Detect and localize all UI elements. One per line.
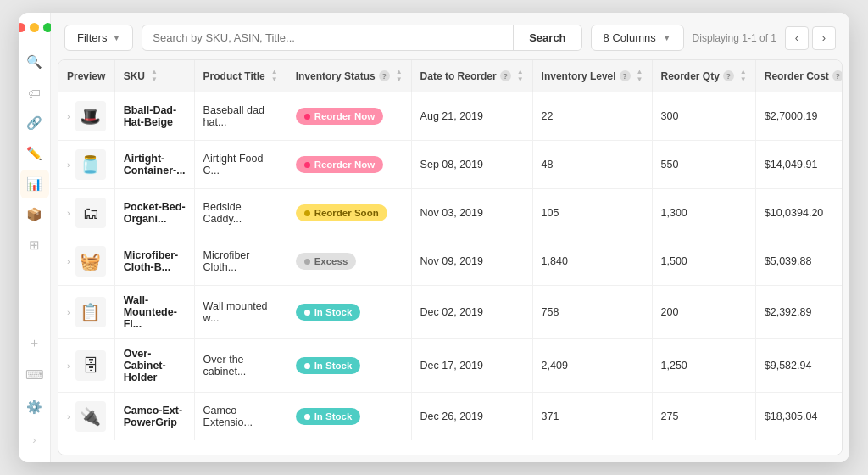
- minimize-button[interactable]: [30, 23, 39, 32]
- title-cell: Camco Extensio...: [194, 393, 287, 441]
- columns-label: 8 Columns: [604, 31, 656, 44]
- box-icon[interactable]: 📦: [20, 200, 49, 229]
- row-expand-icon[interactable]: ›: [67, 159, 70, 170]
- title-cell: Wall mounted w...: [194, 286, 287, 339]
- grid-icon[interactable]: ⊞: [20, 231, 49, 260]
- table-row: › 📋 Wall-Mountede-Fl... Wall mounted w..…: [58, 286, 843, 339]
- table-row: › 🗂 Pocket-Bed-Organi... Bedside Caddy..…: [58, 189, 843, 238]
- status-dot: [304, 210, 310, 216]
- sidebar-expand-button[interactable]: ›: [20, 425, 49, 454]
- status-sort-icon[interactable]: ▲▼: [396, 69, 403, 83]
- cost-cell: $18,305.04: [755, 393, 843, 441]
- tag-icon[interactable]: 🏷: [20, 78, 49, 107]
- search-bar: Search: [142, 25, 581, 51]
- sku-sort-icon[interactable]: ▲▼: [151, 69, 158, 83]
- qty-cell: 275: [652, 393, 755, 441]
- columns-arrow-icon: ▼: [663, 33, 671, 42]
- status-help-icon[interactable]: ?: [379, 70, 390, 81]
- row-expand-icon[interactable]: ›: [67, 256, 70, 266]
- sku-cell: Airtight-Container-...: [114, 141, 194, 189]
- columns-button[interactable]: 8 Columns ▼: [591, 25, 684, 51]
- row-expand-icon[interactable]: ›: [67, 111, 70, 121]
- sku-cell: Over-Cabinet-Holder: [114, 339, 194, 393]
- status-badge: Excess: [296, 253, 357, 270]
- qty-sort-icon[interactable]: ▲▼: [740, 69, 747, 83]
- status-dot: [304, 310, 310, 316]
- link-icon[interactable]: 🔗: [20, 109, 49, 137]
- level-cell: 1,840: [532, 238, 652, 286]
- filters-arrow-icon: ▼: [112, 33, 120, 42]
- inventory-table-container: Preview SKU ▲▼: [58, 59, 843, 455]
- pencil-icon[interactable]: ✏️: [20, 139, 49, 168]
- col-sku[interactable]: SKU ▲▼: [114, 60, 194, 92]
- col-date-to-reorder[interactable]: Date to Reorder ? ▲▼: [411, 60, 532, 92]
- keyboard-icon[interactable]: ⌨: [20, 360, 49, 389]
- qty-help-icon[interactable]: ?: [723, 70, 734, 81]
- level-help-icon[interactable]: ?: [620, 70, 631, 81]
- status-cell: Excess: [287, 238, 411, 286]
- qty-cell: 1,250: [652, 339, 755, 393]
- product-thumbnail: 🗂: [75, 198, 106, 228]
- preview-cell: › 📋: [58, 286, 114, 339]
- date-sort-icon[interactable]: ▲▼: [517, 69, 524, 83]
- settings-icon[interactable]: ⚙️: [20, 393, 49, 422]
- cost-help-icon[interactable]: ?: [832, 70, 843, 81]
- sku-cell: Wall-Mountede-Fl...: [114, 286, 194, 339]
- col-product-title[interactable]: Product Title ▲▼: [194, 60, 287, 92]
- date-cell: Dec 26, 2019: [411, 393, 532, 441]
- status-cell: In Stock: [287, 393, 411, 441]
- title-sort-icon[interactable]: ▲▼: [271, 69, 278, 83]
- inventory-table: Preview SKU ▲▼: [58, 60, 843, 440]
- table-row: › 🗄 Over-Cabinet-Holder Over the cabinet…: [58, 339, 843, 393]
- search-button[interactable]: Search: [513, 25, 581, 50]
- status-badge: In Stock: [296, 408, 361, 425]
- col-reorder-cost[interactable]: Reorder Cost ? ▲▼: [755, 60, 843, 92]
- status-dot: [304, 259, 310, 265]
- filters-label: Filters: [77, 31, 107, 44]
- sku-cell: Pocket-Bed-Organi...: [114, 189, 194, 238]
- preview-cell: › 🧺: [58, 238, 114, 286]
- pagination-buttons: ‹ ›: [785, 26, 836, 50]
- pagination-prev-button[interactable]: ‹: [785, 26, 809, 50]
- table-header-row: Preview SKU ▲▼: [58, 60, 843, 92]
- status-badge: In Stock: [296, 304, 361, 321]
- date-cell: Dec 02, 2019: [411, 286, 532, 339]
- search-input[interactable]: [142, 25, 513, 50]
- search-icon[interactable]: 🔍: [20, 48, 49, 76]
- pagination-next-button[interactable]: ›: [812, 26, 836, 50]
- level-sort-icon[interactable]: ▲▼: [637, 69, 643, 83]
- product-thumbnail: 🫙: [75, 149, 106, 180]
- sku-cell: Bball-Dad-Hat-Beige: [114, 92, 194, 141]
- qty-cell: 200: [652, 286, 755, 339]
- close-button[interactable]: [19, 23, 25, 32]
- filters-button[interactable]: Filters ▼: [64, 25, 133, 51]
- preview-cell: › 🎩: [58, 92, 114, 141]
- col-inventory-status[interactable]: Inventory Status ? ▲▼: [287, 60, 411, 92]
- status-badge: Reorder Now: [296, 156, 384, 173]
- level-cell: 758: [532, 286, 652, 339]
- row-expand-icon[interactable]: ›: [67, 208, 70, 218]
- product-thumbnail: 🧺: [75, 246, 106, 277]
- product-thumbnail: 🔌: [75, 401, 106, 432]
- row-expand-icon[interactable]: ›: [67, 307, 70, 317]
- status-cell: Reorder Soon: [287, 189, 411, 238]
- product-thumbnail: 🎩: [75, 101, 106, 131]
- preview-cell: › 🗄: [58, 339, 114, 393]
- col-reorder-qty[interactable]: Reorder Qty ? ▲▼: [652, 60, 755, 92]
- col-inventory-level[interactable]: Inventory Level ? ▲▼: [532, 60, 652, 92]
- cost-cell: $2,7000.19: [755, 92, 843, 141]
- date-help-icon[interactable]: ?: [500, 70, 511, 81]
- status-cell: Reorder Now: [287, 92, 411, 141]
- plus-icon[interactable]: ＋: [20, 328, 49, 357]
- status-cell: In Stock: [287, 339, 411, 393]
- level-cell: 2,409: [532, 339, 652, 393]
- app-window: 🔍 🏷 🔗 ✏️ 📊 📦 ⊞ ＋ ⌨ ⚙️ › Filters ▼ Search: [19, 13, 849, 462]
- level-cell: 371: [532, 393, 652, 441]
- status-cell: Reorder Now: [287, 141, 411, 189]
- title-cell: Bedside Caddy...: [194, 189, 287, 238]
- row-expand-icon[interactable]: ›: [67, 360, 70, 371]
- main-content: Filters ▼ Search 8 Columns ▼ Displaying …: [51, 13, 849, 462]
- cost-cell: $10,0394.20: [755, 189, 843, 238]
- chart-icon[interactable]: 📊: [20, 170, 49, 198]
- row-expand-icon[interactable]: ›: [67, 411, 70, 422]
